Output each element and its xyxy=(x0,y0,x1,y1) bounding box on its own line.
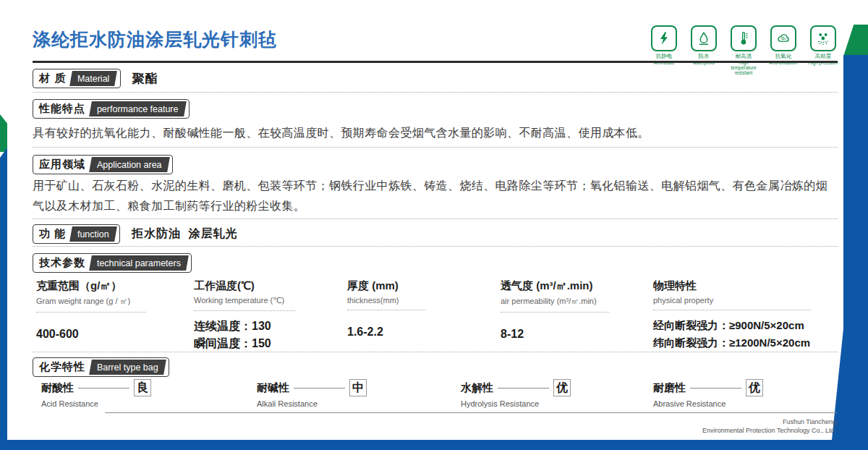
dotted-divider xyxy=(33,246,838,247)
chem-zh-label: 耐磨性 xyxy=(653,381,686,395)
param-gram-weight: 克重范围（g/㎡） Gram weight range (g / ㎡) 400-… xyxy=(36,279,146,342)
section-label-application: 应用领域 Application area xyxy=(33,155,173,174)
product-spec-page: 涤纶拒水防油涂层轧光针刺毡 抗静电 Anti-static 防水 waterpr… xyxy=(0,0,868,450)
chem-grade-badge: 优 xyxy=(746,379,763,396)
param-zh-header: 物理特性 xyxy=(653,279,811,293)
param-divider xyxy=(36,312,146,313)
chem-grade-badge: 良 xyxy=(134,379,151,396)
param-divider xyxy=(347,310,425,310)
chem-connector-line xyxy=(498,388,549,389)
chem-row: 耐磨性 优 xyxy=(653,379,763,396)
section-zh-label: 性能特点 xyxy=(39,102,85,116)
function-value: 拒水防油 涂层轧光 xyxy=(132,226,238,242)
dotted-divider xyxy=(33,218,838,219)
material-value: 聚酯 xyxy=(132,70,158,87)
param-value: 经向断裂强力：≥900N/5×20cm xyxy=(653,317,811,334)
param-en-header: Gram weight range (g / ㎡) xyxy=(36,296,146,307)
section-zh-label: 材 质 xyxy=(39,72,66,85)
section-en-badge: Material xyxy=(69,71,117,86)
dotted-divider xyxy=(33,147,838,148)
chem-hydrolysis-resistance: 水解性 优 Hydrolysis Resistance xyxy=(461,379,571,408)
performance-label-row: 性能特点 performance feature xyxy=(33,99,190,119)
param-en-header: thickness(mm) xyxy=(347,296,425,305)
anti-static-icon xyxy=(651,25,677,51)
svg-text:O₂: O₂ xyxy=(781,36,786,41)
right-green-accent xyxy=(843,25,868,56)
high-precision-icon xyxy=(810,25,836,51)
section-label-performance: 性能特点 performance feature xyxy=(33,99,190,119)
title-divider xyxy=(33,61,838,63)
feature-badge-high-temperature: 耐高温 High temperature resistant xyxy=(728,25,760,75)
dotted-divider xyxy=(33,92,838,93)
chem-zh-label: 耐酸性 xyxy=(41,381,74,395)
footer-company-line2: Environmental Protection Technology Co.,… xyxy=(702,426,836,435)
footer-divider xyxy=(105,412,837,413)
chem-grade-badge: 优 xyxy=(553,379,571,396)
feature-badge-label-zh: 耐高温 xyxy=(736,53,752,60)
section-label-technical: 技术参数 technical parameters xyxy=(33,253,192,273)
left-green-accent xyxy=(0,114,7,152)
param-zh-header: 透气度 (m³/㎡.min) xyxy=(501,279,609,293)
feature-badge-label-zh: 防水 xyxy=(699,53,710,60)
chem-row: 耐酸性 良 xyxy=(41,379,151,396)
page-title: 涤纶拒水防油涂层轧光针刺毡 xyxy=(33,27,277,51)
param-zh-header: 工作温度(℃) xyxy=(194,279,295,293)
chem-row: 水解性 优 xyxy=(461,379,571,396)
chem-en-label: Alkali Resistance xyxy=(257,399,367,408)
technical-label-row: 技术参数 technical parameters xyxy=(33,253,192,273)
footer-company-line1: Fushun Tiancheng xyxy=(702,417,836,426)
chem-zh-label: 耐碱性 xyxy=(257,381,289,395)
material-row: 材 质 Material 聚酯 xyxy=(33,69,158,88)
chem-alkali-resistance: 耐碱性 中 Alkali Resistance xyxy=(257,379,367,408)
param-en-header: air permeability (m³/㎡.min) xyxy=(501,296,609,307)
section-zh-label: 应用领域 xyxy=(39,158,85,171)
param-thickness: 厚度 (mm) thickness(mm) 1.6-2.2 xyxy=(347,279,425,340)
section-en-badge: performance feature xyxy=(89,101,186,116)
bottom-blue-bar xyxy=(0,440,868,450)
section-label-function: 功 能 function xyxy=(33,224,120,244)
param-working-temperature: 工作温度(℃) Working temperature (℃) 连续温度：130… xyxy=(194,279,295,352)
section-en-badge: technical parameters xyxy=(89,255,189,271)
param-value: 8-12 xyxy=(501,326,609,342)
section-en-badge: Application area xyxy=(89,157,169,172)
chem-connector-line xyxy=(690,388,741,389)
application-text: 用于矿山、石灰石粉、水泥的生料、磨机、包装等环节；钢铁行业中炼铁、铸造、烧结、电… xyxy=(33,176,835,216)
section-label-chemical: 化学特性 Barrel type bag xyxy=(33,357,169,377)
param-divider xyxy=(194,310,295,311)
chem-en-label: Abrasive Resistance xyxy=(653,399,763,408)
section-label-material: 材 质 Material xyxy=(33,69,121,88)
feature-badge-anti-oxidation: O₂ 抗氧化 Anti-oxidation xyxy=(767,25,799,75)
param-divider xyxy=(501,312,609,313)
param-value: 纬向断裂强力：≥1200N/5×20cm xyxy=(653,334,811,351)
right-blue-accent xyxy=(843,55,868,440)
chem-acid-resistance: 耐酸性 良 Acid Resistance xyxy=(41,379,151,408)
section-en-badge: function xyxy=(69,226,116,242)
feature-badges: 抗静电 Anti-static 防水 waterproof xyxy=(648,25,839,75)
chem-connector-line xyxy=(294,388,345,389)
feature-badge-waterproof: 防水 waterproof xyxy=(688,25,720,75)
feature-badge-label-zh: 抗静电 xyxy=(656,53,673,60)
section-zh-label: 功 能 xyxy=(39,227,66,241)
param-value: 400-600 xyxy=(36,326,146,342)
section-en-badge: Barrel type bag xyxy=(89,360,166,375)
param-value: 瞬间温度：150 xyxy=(194,335,295,352)
param-value: 连续温度：130 xyxy=(194,318,295,334)
feature-badge-label-zh: 高精度 xyxy=(815,53,832,60)
anti-oxidation-icon: O₂ xyxy=(770,25,796,51)
left-blue-accent xyxy=(0,148,7,440)
application-label-row: 应用领域 Application area xyxy=(33,155,173,174)
param-zh-header: 克重范围（g/㎡） xyxy=(36,279,146,293)
param-divider xyxy=(653,310,811,310)
chem-zh-label: 水解性 xyxy=(461,381,493,395)
chem-abrasive-resistance: 耐磨性 优 Abrasive Resistance xyxy=(653,379,763,408)
param-zh-header: 厚度 (mm) xyxy=(347,279,425,293)
high-temperature-icon xyxy=(731,25,757,51)
param-en-header: physical property xyxy=(653,296,811,305)
chem-grade-badge: 中 xyxy=(349,379,367,396)
dotted-divider xyxy=(33,352,838,352)
footer-company: Fushun Tiancheng Environmental Protectio… xyxy=(702,417,836,435)
chemical-label-row: 化学特性 Barrel type bag xyxy=(33,357,169,377)
chem-connector-line xyxy=(78,388,129,389)
section-zh-label: 化学特性 xyxy=(39,360,85,374)
param-en-header: Working temperature (℃) xyxy=(194,296,295,305)
